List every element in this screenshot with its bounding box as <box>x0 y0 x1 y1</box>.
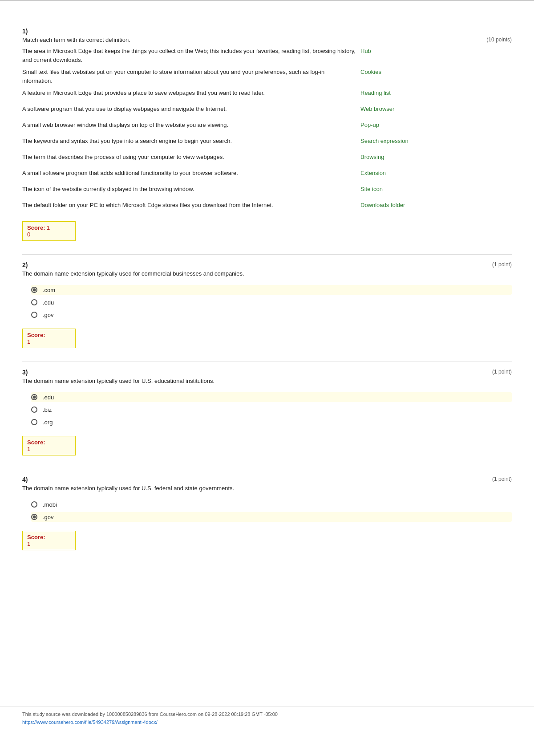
match-row-3: A software program that you use to displ… <box>22 105 512 117</box>
question-3-score-value: 1 <box>27 446 30 452</box>
match-ans-6: Browsing <box>360 153 512 162</box>
match-ans-7: Extension <box>360 169 512 178</box>
match-def-5: The keywords and syntax that you type in… <box>22 137 360 146</box>
radio-circle-2-2 <box>31 312 37 318</box>
radio-circle-4-1 <box>31 514 37 520</box>
match-ans-3: Web browser <box>360 105 512 114</box>
match-ans-1: Cookies <box>360 68 512 77</box>
question-3-score-label: Score: <box>27 439 45 446</box>
question-4: 4) The domain name extension typically u… <box>22 476 512 555</box>
question-4-score-value: 1 <box>27 541 30 547</box>
question-3-options: .edu .biz .org <box>31 392 512 427</box>
divider-1 <box>22 254 512 255</box>
radio-icon-3-0 <box>31 393 39 401</box>
match-ans-9: Downloads folder <box>360 201 512 210</box>
option-4-1[interactable]: .gov <box>31 512 512 522</box>
question-4-points: (1 point) <box>492 476 512 482</box>
question-2-score-label: Score: <box>27 332 45 338</box>
radio-icon-2-2 <box>31 311 39 319</box>
radio-circle-4-0 <box>31 501 37 508</box>
option-label-3-0: .edu <box>43 394 54 401</box>
option-label-4-0: .mobi <box>43 501 57 508</box>
question-2: 2) The domain name extension typically u… <box>22 261 512 353</box>
match-def-0: The area in Microsoft Edge that keeps th… <box>22 47 360 64</box>
option-2-2[interactable]: .gov <box>31 310 512 320</box>
divider-3 <box>22 469 512 469</box>
question-4-score-label: Score: <box>27 534 45 541</box>
option-3-0[interactable]: .edu <box>31 392 512 402</box>
question-1-instruction: Match each term with its correct definit… <box>22 37 130 43</box>
question-1-score-label: Score: <box>27 224 45 231</box>
question-2-number: 2) <box>22 261 244 268</box>
match-row-7: A small software program that adds addit… <box>22 169 512 181</box>
question-3-score-box: Score: 1 <box>22 436 76 455</box>
match-row-4: A small web browser window that displays… <box>22 121 512 133</box>
question-2-options: .com .edu .gov <box>31 285 512 320</box>
radio-icon-3-1 <box>31 406 39 414</box>
match-ans-0: Hub <box>360 47 512 56</box>
radio-circle-3-0 <box>31 394 37 400</box>
radio-icon-2-1 <box>31 298 39 306</box>
top-border <box>0 0 534 1</box>
option-label-3-1: .biz <box>43 406 52 413</box>
question-1: 1) Match each term with its correct defi… <box>22 28 512 245</box>
match-ans-2: Reading list <box>360 89 512 98</box>
match-ans-4: Pop-up <box>360 121 512 130</box>
option-label-3-2: .org <box>43 419 53 426</box>
option-2-1[interactable]: .edu <box>31 297 512 307</box>
option-2-0[interactable]: .com <box>31 285 512 295</box>
match-def-2: A feature in Microsoft Edge that provide… <box>22 89 360 98</box>
question-1-score-box: Score: 1 0 <box>22 221 76 241</box>
match-ans-8: Site icon <box>360 185 512 194</box>
radio-circle-2-0 <box>31 287 37 293</box>
match-def-8: The icon of the website currently displa… <box>22 185 360 194</box>
option-label-4-1: .gov <box>43 514 54 520</box>
question-4-number: 4) <box>22 476 234 483</box>
match-row-9: The default folder on your PC to which M… <box>22 201 512 213</box>
question-2-points: (1 point) <box>492 261 512 268</box>
radio-icon-4-0 <box>31 500 39 508</box>
question-2-score-value: 1 <box>27 338 30 345</box>
option-3-2[interactable]: .org <box>31 417 512 427</box>
option-label-2-2: .gov <box>43 312 54 318</box>
question-3-number: 3) <box>22 369 214 376</box>
radio-icon-3-2 <box>31 418 39 426</box>
divider-2 <box>22 362 512 362</box>
radio-icon-4-1 <box>31 513 39 521</box>
question-1-number: 1) <box>22 28 512 35</box>
question-2-score-box: Score: 1 <box>22 329 76 348</box>
match-row-8: The icon of the website currently displa… <box>22 185 512 197</box>
footer: This study source was downloaded by 1000… <box>0 707 534 729</box>
match-def-6: The term that describes the process of u… <box>22 153 360 162</box>
option-4-0[interactable]: .mobi <box>31 500 512 509</box>
question-3-instruction: The domain name extension typically used… <box>22 378 214 384</box>
question-3: 3) The domain name extension typically u… <box>22 369 512 460</box>
question-1-points: (10 points) <box>486 37 512 43</box>
question-4-options: .mobi .gov <box>31 500 512 522</box>
radio-circle-3-2 <box>31 419 37 425</box>
match-row-2: A feature in Microsoft Edge that provide… <box>22 89 512 101</box>
radio-circle-3-1 <box>31 406 37 413</box>
main-content: 1) Match each term with its correct defi… <box>0 28 534 555</box>
option-label-2-1: .edu <box>43 299 54 306</box>
option-3-1[interactable]: .biz <box>31 405 512 415</box>
match-row-5: The keywords and syntax that you type in… <box>22 137 512 149</box>
match-def-3: A software program that you use to displ… <box>22 105 360 114</box>
option-label-2-0: .com <box>43 287 55 293</box>
match-def-4: A small web browser window that displays… <box>22 121 360 130</box>
match-def-7: A small software program that adds addit… <box>22 169 360 178</box>
radio-icon-2-0 <box>31 286 39 294</box>
footer-study-source: This study source was downloaded by 1000… <box>22 711 512 717</box>
question-1-score-value: 1 <box>47 224 50 231</box>
match-def-1: Small text files that websites put on yo… <box>22 68 360 85</box>
match-row-6: The term that describes the process of u… <box>22 153 512 165</box>
match-row-1: Small text files that websites put on yo… <box>22 68 512 85</box>
footer-url[interactable]: https://www.coursehero.com/file/54934279… <box>22 719 512 725</box>
question-4-instruction: The domain name extension typically used… <box>22 485 234 492</box>
question-3-points: (1 point) <box>492 369 512 375</box>
radio-circle-2-1 <box>31 299 37 305</box>
match-ans-5: Search expression <box>360 137 512 146</box>
match-row-0: The area in Microsoft Edge that keeps th… <box>22 47 512 64</box>
match-rows: The area in Microsoft Edge that keeps th… <box>22 47 512 213</box>
question-4-score-box: Score: 1 <box>22 531 76 550</box>
